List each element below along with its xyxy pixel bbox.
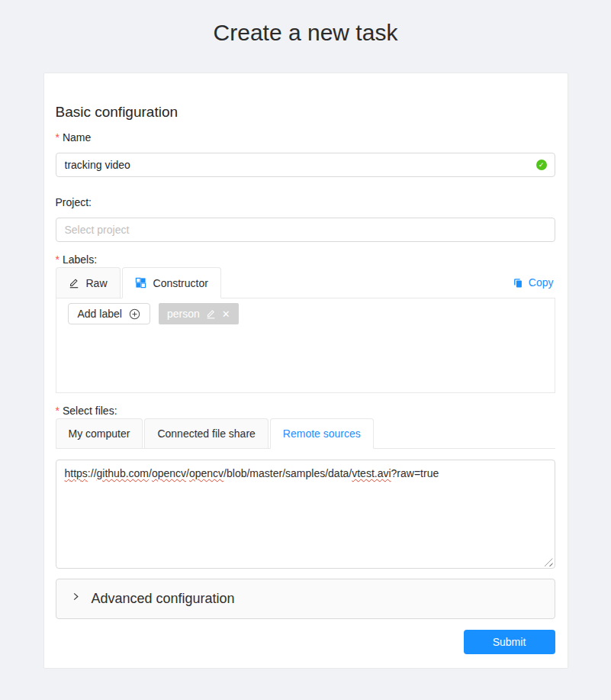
copy-button[interactable]: Copy	[513, 276, 555, 289]
advanced-configuration-label: Advanced configuration	[92, 591, 235, 607]
required-asterisk: *	[56, 405, 59, 417]
select-files-label: *Select files:	[56, 405, 555, 417]
build-icon	[135, 277, 146, 289]
tab-my-computer[interactable]: My computer	[56, 418, 143, 448]
required-asterisk: *	[56, 253, 59, 266]
submit-row: Submit	[56, 630, 555, 654]
page-title: Create a new task	[0, 0, 611, 47]
tab-constructor[interactable]: Constructor	[122, 267, 221, 298]
tab-constructor-label: Constructor	[153, 277, 208, 289]
advanced-configuration-panel[interactable]: Advanced configuration	[56, 579, 555, 619]
required-asterisk: *	[56, 131, 59, 144]
textarea-resize-handle[interactable]	[545, 558, 553, 566]
remote-sources-textarea[interactable]: https://github.com/opencv/opencv/blob/ma…	[56, 460, 555, 569]
label-tag-person[interactable]: person ✕	[159, 303, 239, 324]
labels-tabbar: Raw Constructor Copy	[56, 267, 555, 298]
project-label: Project:	[56, 196, 555, 208]
tab-raw[interactable]: Raw	[56, 267, 121, 298]
add-label-button-label: Add label	[78, 308, 122, 320]
files-tabbar: My computer Connected file share Remote …	[56, 418, 555, 449]
copy-icon	[513, 277, 523, 289]
labels-label: *Labels:	[56, 253, 555, 266]
tab-remote-sources[interactable]: Remote sources	[270, 418, 374, 449]
chevron-right-icon	[72, 592, 80, 601]
edit-icon	[69, 277, 79, 289]
add-label-button[interactable]: Add label	[68, 303, 150, 324]
edit-label-icon[interactable]	[206, 308, 216, 319]
success-check-icon: ✓	[536, 160, 547, 170]
name-input[interactable]	[56, 153, 555, 177]
section-title: Basic configuration	[56, 102, 555, 122]
tab-connected-file-share[interactable]: Connected file share	[144, 418, 268, 448]
plus-circle-icon	[129, 308, 140, 320]
copy-button-label: Copy	[529, 276, 554, 289]
submit-button[interactable]: Submit	[464, 630, 555, 654]
tab-remote-sources-label: Remote sources	[283, 427, 361, 440]
labels-constructor-box: Add label person ✕	[56, 298, 555, 393]
name-input-wrap: ✓	[56, 153, 555, 177]
tab-connected-file-share-label: Connected file share	[157, 427, 255, 440]
name-label: *Name	[56, 131, 555, 144]
url-text: https	[65, 467, 88, 479]
tab-my-computer-label: My computer	[69, 427, 130, 440]
create-task-card: Basic configuration *Name ✓ Project: *La…	[43, 73, 568, 669]
label-tag-name: person	[167, 308, 200, 320]
tab-raw-label: Raw	[86, 277, 108, 289]
project-select-input[interactable]	[56, 218, 555, 242]
remove-label-icon[interactable]: ✕	[222, 309, 230, 319]
project-input-wrap	[56, 218, 555, 242]
